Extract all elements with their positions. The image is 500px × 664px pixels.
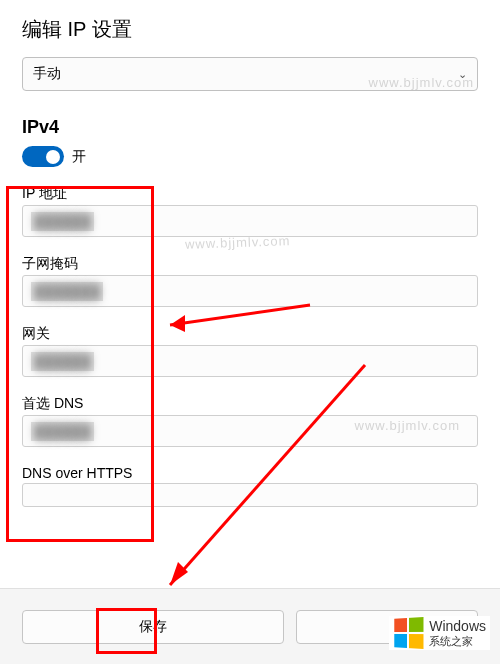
page-title: 编辑 IP 设置 xyxy=(22,16,478,43)
ip-address-label: IP 地址 xyxy=(22,185,478,203)
gateway-input[interactable]: ██████ xyxy=(22,345,478,377)
preferred-dns-value: ██████ xyxy=(31,422,94,441)
save-button-label: 保存 xyxy=(139,618,167,636)
edit-ip-settings-panel: 编辑 IP 设置 手动 ⌄ IPv4 开 IP 地址 ██████ 子网掩码 █… xyxy=(0,0,500,507)
subnet-mask-value: ███████ xyxy=(31,282,103,301)
logo-text: Windows 系统之家 xyxy=(429,619,486,646)
ip-mode-value: 手动 xyxy=(33,65,61,83)
site-logo-footer: Windows 系统之家 xyxy=(389,616,490,650)
ipv4-heading: IPv4 xyxy=(22,117,478,138)
gateway-label: 网关 xyxy=(22,325,478,343)
toggle-knob xyxy=(46,150,60,164)
ip-address-value: ██████ xyxy=(31,212,94,231)
ipv4-toggle[interactable] xyxy=(22,146,64,167)
logo-tagline: 系统之家 xyxy=(429,635,473,647)
svg-marker-3 xyxy=(170,562,188,585)
preferred-dns-label: 首选 DNS xyxy=(22,395,478,413)
ip-address-input[interactable]: ██████ xyxy=(22,205,478,237)
preferred-dns-input[interactable]: ██████ xyxy=(22,415,478,447)
dns-over-https-input[interactable] xyxy=(22,483,478,507)
windows-logo-icon xyxy=(394,617,423,649)
ip-mode-select[interactable]: 手动 ⌄ xyxy=(22,57,478,91)
dns-over-https-label: DNS over HTTPS xyxy=(22,465,478,481)
gateway-value: ██████ xyxy=(31,352,94,371)
subnet-mask-input[interactable]: ███████ xyxy=(22,275,478,307)
ipv4-toggle-label: 开 xyxy=(72,148,86,166)
logo-brand: Windows xyxy=(429,618,486,634)
chevron-down-icon: ⌄ xyxy=(458,68,467,81)
save-button[interactable]: 保存 xyxy=(22,610,284,644)
subnet-mask-label: 子网掩码 xyxy=(22,255,478,273)
